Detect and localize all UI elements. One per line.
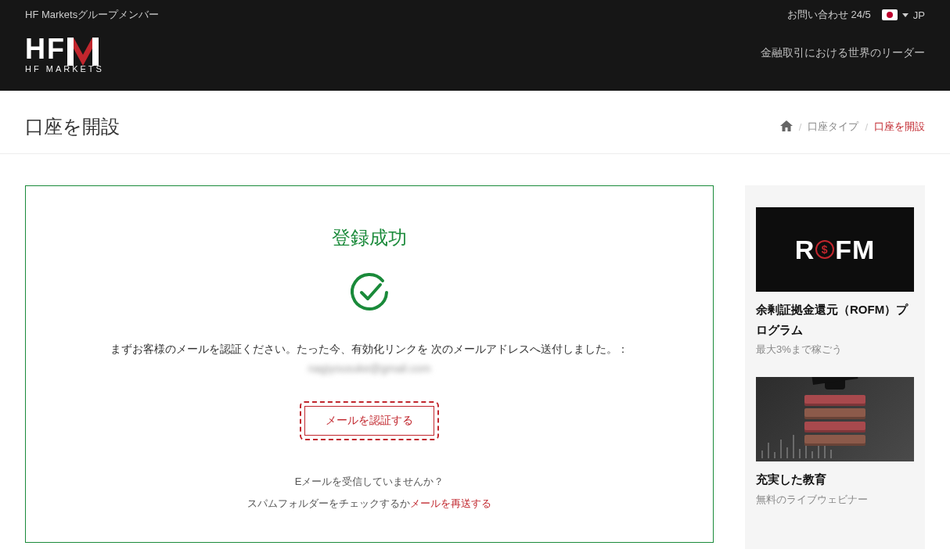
promo-rofm-image: R $ FM (756, 207, 914, 292)
dollar-circle-icon: $ (815, 240, 834, 259)
language-label: JP (913, 9, 925, 21)
spam-hint: スパムフォルダーをチェックするかメールを再送する (57, 497, 682, 511)
breadcrumb: / 口座タイプ / 口座を開設 (780, 120, 925, 134)
promo-education-image (756, 377, 914, 461)
graduation-cap-icon (812, 377, 858, 388)
resend-email-link[interactable]: メールを再送する (410, 497, 491, 509)
registered-email-masked: nagiyousuke@gmail.com (308, 362, 431, 375)
group-member-label: HF Marketsグループメンバー (25, 8, 159, 22)
top-utility-bar: HF Marketsグループメンバー お問い合わせ 24/5 JP (0, 0, 950, 25)
verify-email-button[interactable]: メールを認証する (304, 406, 434, 436)
success-title: 登録成功 (57, 225, 682, 250)
check-circle-icon (347, 271, 391, 314)
verify-instruction-text: まずお客様のメールを認証ください。たった今、有効化リンクを 次のメールアドレスへ… (57, 343, 682, 357)
sidebar: R $ FM 余剰証拠金還元（ROFM）プログラム 最大3%まで稼ごう (745, 185, 925, 549)
logo-text-hf: HF (25, 33, 66, 66)
logo-m-mark-icon (67, 38, 99, 66)
rofm-text-fm: FM (835, 235, 875, 265)
registration-success-panel: 登録成功 まずお客様のメールを認証ください。たった今、有効化リンクを 次のメール… (25, 185, 714, 543)
promo-education[interactable]: 充実した教育 無料のライブウェビナー (756, 377, 914, 507)
books-stack-icon (804, 393, 865, 446)
promo-rofm-title: 余剰証拠金還元（ROFM）プログラム (756, 300, 914, 339)
brand-logo[interactable]: HF HF MARKETS (25, 33, 104, 74)
verify-button-highlight: メールを認証する (300, 401, 439, 440)
language-selector[interactable]: JP (882, 9, 925, 21)
jp-flag-icon (882, 9, 898, 20)
promo-education-title: 充実した教育 (756, 469, 914, 490)
promo-rofm[interactable]: R $ FM 余剰証拠金還元（ROFM）プログラム 最大3%まで稼ごう (756, 207, 914, 357)
breadcrumb-link-account-types[interactable]: 口座タイプ (808, 120, 858, 134)
page-title: 口座を開設 (25, 114, 120, 139)
rofm-text-r: R (795, 235, 815, 265)
breadcrumb-current: 口座を開設 (874, 120, 925, 134)
breadcrumb-separator: / (865, 121, 868, 133)
logo-subtext: HF MARKETS (25, 64, 104, 74)
promo-rofm-subtitle: 最大3%まで稼ごう (756, 343, 914, 357)
promo-education-subtitle: 無料のライブウェビナー (756, 493, 914, 507)
dollar-sign: $ (822, 243, 829, 256)
home-icon[interactable] (780, 120, 793, 134)
spam-hint-prefix: スパムフォルダーをチェックするか (247, 497, 410, 509)
chevron-down-icon (902, 13, 909, 17)
contact-link[interactable]: お問い合わせ 24/5 (787, 8, 871, 22)
main-navbar: HF HF MARKETS 金融取引における世界のリーダー (0, 25, 950, 91)
not-received-text: Eメールを受信していませんか？ (57, 475, 682, 489)
brand-tagline: 金融取引における世界のリーダー (761, 46, 925, 60)
breadcrumb-separator: / (799, 121, 802, 133)
breadcrumb-row: 口座を開設 / 口座タイプ / 口座を開設 (0, 91, 950, 154)
